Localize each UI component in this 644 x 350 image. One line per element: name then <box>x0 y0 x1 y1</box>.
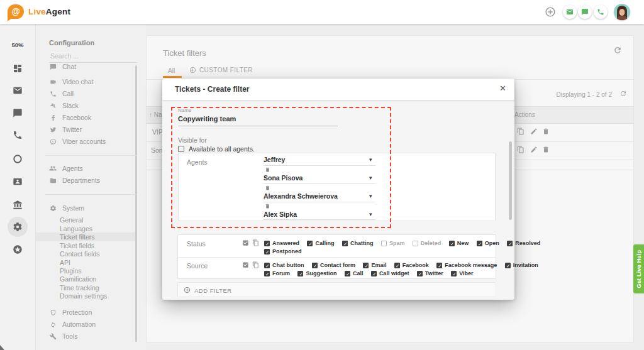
config-item-facebook[interactable]: Facebook <box>36 112 136 123</box>
config-item-video-chat[interactable]: Video chat <box>36 76 136 87</box>
user-avatar[interactable] <box>614 4 630 20</box>
phone-icon <box>13 130 23 140</box>
config-item-departments[interactable]: Departments <box>36 175 136 186</box>
config-item-system[interactable]: System <box>36 202 136 214</box>
gear-icon <box>13 222 23 232</box>
get-live-help-button[interactable]: Get Live Help <box>633 244 644 293</box>
config-item-protection[interactable]: Protection <box>36 307 136 318</box>
config-subitem-time-tracking[interactable]: Time tracking <box>60 284 136 293</box>
status-option[interactable]: Resolved <box>507 239 540 248</box>
checkbox-icon <box>342 241 348 246</box>
rail-time-button[interactable] <box>13 154 23 164</box>
config-item-twitter[interactable]: Twitter <box>36 124 136 135</box>
agent-select[interactable]: Alexandra Schweierova <box>264 192 338 200</box>
config-subitem-general[interactable]: General <box>60 216 136 225</box>
edit-filter-button[interactable] <box>530 146 538 153</box>
checkbox-icon <box>264 249 270 254</box>
source-option[interactable]: Call <box>345 270 364 278</box>
rail-call-button[interactable] <box>13 130 23 140</box>
email-notifications-button[interactable] <box>563 5 577 19</box>
remove-agent-button[interactable] <box>265 203 270 209</box>
rail-tickets-button[interactable] <box>13 85 23 96</box>
config-subitem-ticket-fields[interactable]: Ticket fields <box>60 242 136 251</box>
checkbox-icon <box>371 271 377 276</box>
add-filter-button[interactable]: ADD FILTER <box>177 282 496 297</box>
add-circle-icon <box>189 67 196 74</box>
rail-chat-button[interactable] <box>13 108 23 118</box>
config-item-call[interactable]: Call <box>36 88 136 99</box>
remove-agent-button[interactable] <box>265 167 270 173</box>
select-all-icon[interactable] <box>242 239 249 246</box>
filter-name-input[interactable] <box>178 114 335 123</box>
chevron-down-icon[interactable]: ▾ <box>369 211 372 217</box>
source-option[interactable]: Forum <box>264 270 290 278</box>
divider <box>178 257 496 258</box>
agent-select[interactable]: Jeffrey <box>264 156 285 163</box>
config-subitem-api[interactable]: API <box>60 259 136 268</box>
rail-academy-button[interactable] <box>13 200 23 210</box>
chevron-down-icon[interactable]: ▾ <box>369 156 372 163</box>
copy-icon[interactable] <box>252 239 259 246</box>
remove-agent-button[interactable] <box>265 185 270 191</box>
rail-contacts-button[interactable] <box>13 177 23 187</box>
copy-filter-button[interactable] <box>517 146 525 153</box>
agent-select[interactable]: Alex Sipka <box>264 211 297 218</box>
source-option[interactable]: Invitation <box>505 261 538 270</box>
checkbox-icon <box>394 263 400 268</box>
status-option[interactable]: Postponed <box>264 248 302 256</box>
rail-addons-button[interactable] <box>13 244 23 254</box>
chat-notifications-button[interactable] <box>578 5 592 19</box>
refresh-button[interactable] <box>613 46 622 55</box>
config-item-slack[interactable]: Slack <box>36 100 136 111</box>
config-subitem-gamification[interactable]: Gamification <box>60 275 136 284</box>
delete-filter-button[interactable] <box>542 146 550 153</box>
tab-custom-filter[interactable]: CUSTOM FILTER <box>189 67 253 74</box>
trash-icon <box>542 128 550 135</box>
rail-dashboard-button[interactable] <box>13 63 23 74</box>
config-item-tools[interactable]: Tools <box>36 331 136 342</box>
chevron-down-icon[interactable]: ▾ <box>369 193 372 199</box>
config-item-chat[interactable]: Chat <box>36 64 136 72</box>
modal-scrollbar[interactable] <box>509 141 512 220</box>
source-option[interactable]: Call widget <box>371 270 409 278</box>
close-icon[interactable]: ✕ <box>499 84 506 93</box>
config-item-automation[interactable]: Automation <box>36 319 136 330</box>
all-agents-checkbox[interactable] <box>178 146 184 152</box>
rail-settings-button[interactable] <box>13 222 23 232</box>
select-all-icon[interactable] <box>242 261 249 268</box>
config-search-input[interactable] <box>49 50 138 62</box>
gear-icon <box>49 205 57 212</box>
select-underline <box>264 219 375 220</box>
add-new-button[interactable] <box>545 6 556 18</box>
delete-filter-button[interactable] <box>542 128 550 135</box>
edit-filter-button[interactable] <box>530 128 538 135</box>
active-tab-underline <box>163 76 182 78</box>
select-underline <box>264 202 375 202</box>
slack-icon <box>49 102 57 109</box>
pencil-icon <box>530 128 538 135</box>
viber-icon <box>49 138 57 145</box>
config-subitem-ticket-filters[interactable]: Ticket filters <box>60 233 136 242</box>
source-option[interactable]: Viber <box>451 270 473 278</box>
config-item-viber[interactable]: Viber accounts <box>36 136 136 147</box>
twitter-icon <box>49 126 57 133</box>
agent-select[interactable]: Sona Pisova <box>264 174 303 182</box>
video-camera-icon <box>49 79 57 85</box>
configuration-title: Configuration <box>49 39 94 46</box>
brand-name: LiveAgent <box>28 7 70 16</box>
config-subitem-contact-fields[interactable]: Contact fields <box>60 250 136 259</box>
copy-icon[interactable] <box>252 261 259 268</box>
status-options-row: Answered Calling Chatting Spam Deleted N… <box>264 239 494 248</box>
refresh-list-button[interactable] <box>619 90 627 97</box>
config-subitem-plugins[interactable]: Plugins <box>60 267 136 276</box>
chevron-down-icon[interactable]: ▾ <box>369 175 372 181</box>
config-item-agents[interactable]: Agents <box>36 163 136 174</box>
copy-filter-button[interactable] <box>517 128 525 135</box>
tab-all[interactable]: All <box>168 67 175 74</box>
chat-icon <box>49 64 57 70</box>
call-notifications-button[interactable] <box>594 5 608 19</box>
config-subitem-domain-settings[interactable]: Domain settings <box>60 292 136 301</box>
source-option[interactable]: Suggestion <box>297 270 336 278</box>
source-option[interactable]: Twitter <box>417 270 443 278</box>
star-circle-icon <box>13 244 23 254</box>
